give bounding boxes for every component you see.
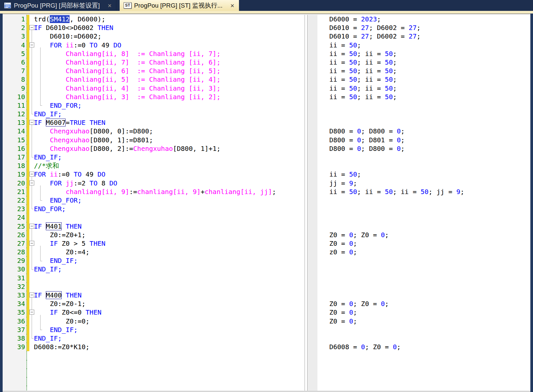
- code-text[interactable]: END_IF;: [34, 256, 305, 265]
- code-text[interactable]: IF M400 THEN: [34, 291, 305, 299]
- modified-line-marker: [27, 239, 29, 248]
- code-text[interactable]: Chengxuhao[D800, 1]:=D801;: [34, 136, 305, 144]
- code-line: 15 Chengxuhao[D800, 1]:=D801;: [3, 136, 305, 144]
- fold-toggle-icon[interactable]: [29, 224, 34, 229]
- code-text[interactable]: IF Z0<=0 THEN: [34, 308, 305, 317]
- code-text[interactable]: Z0:=Z0+1;: [34, 231, 305, 239]
- tab-st-monitor[interactable]: ST ProgPou [PRG] [ST] 监视执行... ×: [120, 0, 239, 11]
- pane-splitter[interactable]: [305, 15, 307, 392]
- code-text[interactable]: [34, 369, 305, 377]
- line-number: 3: [3, 32, 27, 41]
- code-text[interactable]: END_FOR;: [34, 196, 305, 205]
- modified-line-marker: [27, 231, 29, 239]
- code-text[interactable]: Chengxuhao[D800, 0]:=D800;: [34, 127, 305, 135]
- code-text[interactable]: IF M6007=TRUE THEN: [34, 118, 305, 127]
- code-text[interactable]: IF Z0 > 5 THEN: [34, 239, 305, 248]
- monitor-value: 0: [349, 239, 353, 247]
- code-line: 16 Chengxuhao[D800, 2]:=Chengxuhao[D800,…: [3, 144, 305, 153]
- code-text[interactable]: Chanliang[ii, 8] := Chanliang [ii, 7];: [34, 49, 305, 58]
- fold-toggle-icon[interactable]: [29, 172, 34, 177]
- code-text[interactable]: [34, 377, 305, 386]
- monitor-line: ii = 50; ii = 50; ii = 50; jj = 9;: [317, 187, 530, 196]
- code-text[interactable]: FOR jj:=2 TO 8 DO: [34, 179, 305, 187]
- fold-toggle-icon[interactable]: [29, 42, 34, 47]
- code-line: 14 Chengxuhao[D800, 0]:=D800;: [3, 127, 305, 135]
- line-number: 24: [3, 213, 27, 222]
- code-line: 31: [3, 274, 305, 282]
- fold-toggle-icon[interactable]: [29, 293, 34, 297]
- fold-toggle-icon[interactable]: [29, 120, 34, 125]
- bottom-scroll-strip[interactable]: [3, 391, 530, 392]
- modified-line-marker: [27, 32, 29, 41]
- line-number: 1: [3, 15, 27, 23]
- code-line: 13IF M6007=TRUE THEN: [3, 118, 305, 127]
- code-text[interactable]: trd(SM412, D6000);: [34, 15, 305, 23]
- code-text[interactable]: Chanliang[ii, 5] := Chanliang [ii, 4];: [34, 75, 305, 84]
- code-text[interactable]: END_IF;: [34, 325, 305, 334]
- code-text[interactable]: [34, 351, 305, 360]
- code-text[interactable]: [34, 213, 305, 222]
- monitor-value: 0: [357, 136, 361, 144]
- close-icon[interactable]: ×: [230, 2, 235, 9]
- monitor-text: ii = 50; ii = 50;: [317, 49, 530, 58]
- code-text[interactable]: Chanliang[ii, 4] := Chanliang [ii, 3];: [34, 84, 305, 93]
- code-text[interactable]: Chanliang[ii, 6] := Chanliang [ii, 5];: [34, 67, 305, 75]
- line-number: 4: [3, 41, 27, 49]
- code-text[interactable]: Chanliang[ii, 7] := Chanliang [ii, 6];: [34, 58, 305, 67]
- code-text[interactable]: Z0:=0;: [34, 317, 305, 325]
- fold-toggle-icon[interactable]: [29, 241, 34, 246]
- code-text[interactable]: END_IF;: [34, 334, 305, 343]
- code-text[interactable]: FOR ii:=0 TO 49 DO: [34, 170, 305, 179]
- code-line: [3, 351, 305, 360]
- monitor-value: 0: [381, 300, 385, 308]
- fold-block-foot: [32, 338, 34, 339]
- monitor-value: 0: [349, 308, 353, 316]
- monitor-line: [317, 205, 530, 213]
- monitor-line: ii = 50;: [317, 41, 530, 49]
- line-number: 9: [3, 84, 27, 93]
- code-text[interactable]: chanliang[ii, 9]:=chanliang[ii, 9]+chanl…: [34, 187, 305, 196]
- code-text[interactable]: D6008:=Z0*K10;: [34, 343, 305, 351]
- code-text[interactable]: [34, 360, 305, 369]
- code-text[interactable]: IF D6010<>D6002 THEN: [34, 23, 305, 32]
- fold-toggle-icon[interactable]: [29, 181, 34, 185]
- monitor-value: 50: [349, 170, 357, 178]
- code-text[interactable]: END_IF;: [34, 265, 305, 273]
- line-number: 35: [3, 308, 27, 317]
- line-number: 12: [3, 110, 27, 118]
- code-text[interactable]: Chanliang[ii, 3] := Chanliang [ii, 2];: [34, 93, 305, 101]
- monitor-text: ii = 50;: [317, 41, 530, 49]
- code-text[interactable]: [34, 282, 305, 291]
- code-text[interactable]: D6010:=D6002;: [34, 32, 305, 41]
- code-text[interactable]: //*求和: [34, 161, 305, 170]
- fold-toggle-icon[interactable]: [29, 310, 34, 315]
- line-number: 19: [3, 170, 27, 179]
- line-number: 22: [3, 196, 27, 205]
- monitor-line: ii = 50; ii = 50;: [317, 93, 530, 101]
- fold-margin: [29, 360, 34, 369]
- code-pane[interactable]: 1trd(SM412, D6000);2IF D6010<>D6002 THEN…: [3, 15, 305, 392]
- code-text[interactable]: END_FOR;: [34, 205, 305, 213]
- close-icon[interactable]: ×: [107, 2, 112, 9]
- monitor-value: 27: [409, 24, 417, 32]
- code-text[interactable]: Chengxuhao[D800, 2]:=Chengxuhao[D800, 1]…: [34, 144, 305, 153]
- selected-text: SM412: [50, 15, 70, 23]
- modified-line-marker: [27, 205, 29, 213]
- tab-local-labels[interactable]: ProgPou [PRG] [局部标签设置] ×: [0, 0, 116, 11]
- code-text[interactable]: END_IF;: [34, 110, 305, 118]
- modified-line-marker: [27, 15, 29, 23]
- code-text[interactable]: END_FOR;: [34, 101, 305, 110]
- code-line: [3, 369, 305, 377]
- monitor-text: ii = 50;: [317, 170, 530, 179]
- code-text[interactable]: Z0:=Z0-1;: [34, 299, 305, 308]
- code-text[interactable]: [34, 274, 305, 282]
- code-line: 4 FOR ii:=0 TO 49 DO: [3, 41, 305, 49]
- code-text[interactable]: IF M401 THEN: [34, 222, 305, 231]
- code-text[interactable]: END_IF;: [34, 153, 305, 161]
- fold-toggle-icon[interactable]: [29, 25, 34, 30]
- code-line: 1trd(SM412, D6000);: [3, 15, 305, 23]
- code-text[interactable]: Z0:=4;: [34, 248, 305, 256]
- line-number: 14: [3, 127, 27, 135]
- code-text[interactable]: FOR ii:=0 TO 49 DO: [34, 41, 305, 49]
- monitor-value: 50: [349, 67, 357, 75]
